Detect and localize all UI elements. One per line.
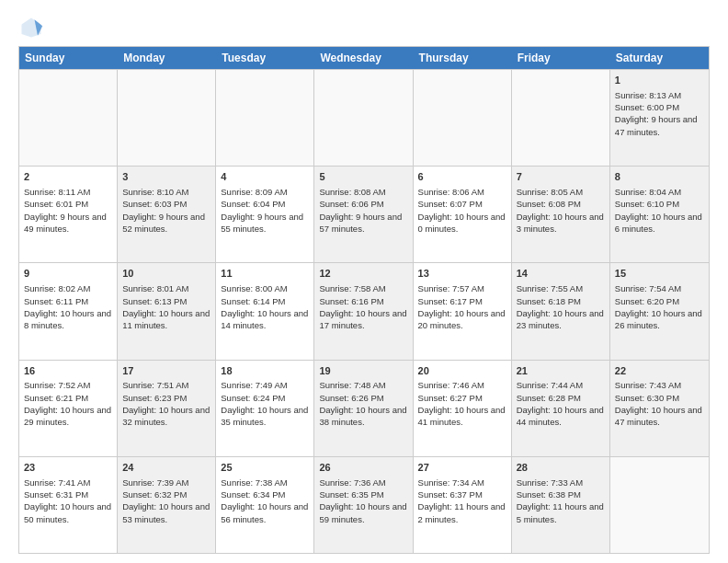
- header-day-monday: Monday: [118, 47, 216, 69]
- day-info: Sunrise: 7:48 AM Sunset: 6:26 PM Dayligh…: [319, 379, 407, 428]
- day-info: Sunrise: 7:33 AM Sunset: 6:38 PM Dayligh…: [517, 477, 605, 525]
- calendar-cell-15: 15Sunrise: 7:54 AM Sunset: 6:20 PM Dayli…: [610, 263, 709, 359]
- day-number: 15: [615, 267, 704, 281]
- day-number: 3: [122, 170, 210, 184]
- header-day-tuesday: Tuesday: [216, 47, 314, 69]
- day-info: Sunrise: 8:11 AM Sunset: 6:01 PM Dayligh…: [24, 186, 112, 235]
- calendar-cell-12: 12Sunrise: 7:58 AM Sunset: 6:16 PM Dayli…: [314, 263, 413, 359]
- day-info: Sunrise: 7:43 AM Sunset: 6:30 PM Dayligh…: [615, 379, 704, 428]
- day-info: Sunrise: 7:57 AM Sunset: 6:17 PM Dayligh…: [418, 282, 506, 331]
- day-number: 4: [221, 170, 309, 184]
- day-info: Sunrise: 7:49 AM Sunset: 6:24 PM Dayligh…: [221, 379, 309, 428]
- calendar-cell-empty: [512, 70, 610, 166]
- day-number: 22: [615, 364, 704, 378]
- day-number: 23: [24, 461, 112, 475]
- day-number: 1: [615, 74, 704, 87]
- calendar-cell-23: 23Sunrise: 7:41 AM Sunset: 6:31 PM Dayli…: [19, 457, 118, 553]
- day-info: Sunrise: 8:10 AM Sunset: 6:03 PM Dayligh…: [122, 186, 210, 235]
- calendar-cell-empty: [19, 70, 118, 166]
- calendar-row-1: 1Sunrise: 8:13 AM Sunset: 6:00 PM Daylig…: [19, 69, 709, 166]
- calendar-cell-24: 24Sunrise: 7:39 AM Sunset: 6:32 PM Dayli…: [118, 457, 216, 553]
- day-info: Sunrise: 7:52 AM Sunset: 6:21 PM Dayligh…: [24, 379, 112, 428]
- day-info: Sunrise: 7:55 AM Sunset: 6:18 PM Dayligh…: [517, 282, 605, 331]
- day-info: Sunrise: 7:38 AM Sunset: 6:34 PM Dayligh…: [221, 477, 309, 525]
- calendar-cell-empty: [314, 70, 413, 166]
- day-number: 16: [24, 364, 112, 378]
- calendar-cell-8: 8Sunrise: 8:04 AM Sunset: 6:10 PM Daylig…: [610, 167, 709, 262]
- day-number: 11: [221, 267, 309, 281]
- logo-icon: [18, 15, 44, 40]
- header-day-thursday: Thursday: [414, 47, 512, 69]
- day-info: Sunrise: 8:13 AM Sunset: 6:00 PM Dayligh…: [615, 89, 704, 138]
- day-number: 27: [418, 461, 506, 475]
- calendar-row-3: 9Sunrise: 8:02 AM Sunset: 6:11 PM Daylig…: [19, 262, 709, 359]
- calendar-cell-27: 27Sunrise: 7:34 AM Sunset: 6:37 PM Dayli…: [414, 457, 512, 553]
- calendar-cell-16: 16Sunrise: 7:52 AM Sunset: 6:21 PM Dayli…: [19, 361, 118, 456]
- day-info: Sunrise: 8:00 AM Sunset: 6:14 PM Dayligh…: [221, 282, 309, 331]
- calendar-cell-empty: [610, 457, 709, 553]
- day-info: Sunrise: 8:09 AM Sunset: 6:04 PM Dayligh…: [221, 186, 309, 235]
- day-number: 20: [418, 364, 506, 378]
- calendar-cell-14: 14Sunrise: 7:55 AM Sunset: 6:18 PM Dayli…: [512, 263, 610, 359]
- day-number: 25: [221, 461, 309, 475]
- day-number: 26: [319, 461, 407, 475]
- day-number: 19: [319, 364, 407, 378]
- day-number: 6: [418, 170, 506, 184]
- calendar-page: SundayMondayTuesdayWednesdayThursdayFrid…: [0, 0, 728, 563]
- day-number: 24: [122, 461, 210, 475]
- day-number: 21: [517, 364, 605, 378]
- day-number: 10: [122, 267, 210, 281]
- day-number: 12: [319, 267, 407, 281]
- calendar-row-4: 16Sunrise: 7:52 AM Sunset: 6:21 PM Dayli…: [19, 360, 709, 456]
- day-info: Sunrise: 7:54 AM Sunset: 6:20 PM Dayligh…: [615, 282, 704, 331]
- day-number: 8: [615, 170, 704, 184]
- header-day-saturday: Saturday: [610, 47, 709, 69]
- calendar-cell-20: 20Sunrise: 7:46 AM Sunset: 6:27 PM Dayli…: [414, 361, 512, 456]
- day-info: Sunrise: 8:04 AM Sunset: 6:10 PM Dayligh…: [615, 186, 704, 235]
- calendar-row-5: 23Sunrise: 7:41 AM Sunset: 6:31 PM Dayli…: [19, 456, 709, 553]
- day-info: Sunrise: 7:41 AM Sunset: 6:31 PM Dayligh…: [24, 477, 112, 525]
- calendar-cell-13: 13Sunrise: 7:57 AM Sunset: 6:17 PM Dayli…: [414, 263, 512, 359]
- calendar-cell-26: 26Sunrise: 7:36 AM Sunset: 6:35 PM Dayli…: [314, 457, 413, 553]
- calendar-cell-10: 10Sunrise: 8:01 AM Sunset: 6:13 PM Dayli…: [118, 263, 216, 359]
- calendar-cell-5: 5Sunrise: 8:08 AM Sunset: 6:06 PM Daylig…: [314, 167, 413, 262]
- logo: [18, 15, 48, 40]
- day-number: 2: [24, 170, 112, 184]
- day-info: Sunrise: 8:06 AM Sunset: 6:07 PM Dayligh…: [418, 186, 506, 235]
- calendar-cell-1: 1Sunrise: 8:13 AM Sunset: 6:00 PM Daylig…: [610, 70, 709, 166]
- day-info: Sunrise: 7:44 AM Sunset: 6:28 PM Dayligh…: [517, 379, 605, 428]
- day-info: Sunrise: 8:01 AM Sunset: 6:13 PM Dayligh…: [122, 282, 210, 331]
- calendar-cell-4: 4Sunrise: 8:09 AM Sunset: 6:04 PM Daylig…: [216, 167, 314, 262]
- day-number: 18: [221, 364, 309, 378]
- calendar-cell-6: 6Sunrise: 8:06 AM Sunset: 6:07 PM Daylig…: [414, 167, 512, 262]
- calendar: SundayMondayTuesdayWednesdayThursdayFrid…: [18, 46, 710, 554]
- day-info: Sunrise: 8:08 AM Sunset: 6:06 PM Dayligh…: [319, 186, 407, 235]
- calendar-cell-9: 9Sunrise: 8:02 AM Sunset: 6:11 PM Daylig…: [19, 263, 118, 359]
- calendar-body: 1Sunrise: 8:13 AM Sunset: 6:00 PM Daylig…: [19, 69, 709, 553]
- calendar-cell-25: 25Sunrise: 7:38 AM Sunset: 6:34 PM Dayli…: [216, 457, 314, 553]
- header: [18, 15, 710, 40]
- day-number: 7: [517, 170, 605, 184]
- calendar-cell-28: 28Sunrise: 7:33 AM Sunset: 6:38 PM Dayli…: [512, 457, 610, 553]
- calendar-cell-18: 18Sunrise: 7:49 AM Sunset: 6:24 PM Dayli…: [216, 361, 314, 456]
- calendar-cell-empty: [118, 70, 216, 166]
- calendar-cell-2: 2Sunrise: 8:11 AM Sunset: 6:01 PM Daylig…: [19, 167, 118, 262]
- day-number: 13: [418, 267, 506, 281]
- day-info: Sunrise: 7:58 AM Sunset: 6:16 PM Dayligh…: [319, 282, 407, 331]
- calendar-header: SundayMondayTuesdayWednesdayThursdayFrid…: [19, 47, 709, 69]
- calendar-cell-22: 22Sunrise: 7:43 AM Sunset: 6:30 PM Dayli…: [610, 361, 709, 456]
- day-info: Sunrise: 8:05 AM Sunset: 6:08 PM Dayligh…: [517, 186, 605, 235]
- day-number: 9: [24, 267, 112, 281]
- day-number: 17: [122, 364, 210, 378]
- day-info: Sunrise: 7:39 AM Sunset: 6:32 PM Dayligh…: [122, 477, 210, 525]
- day-info: Sunrise: 7:46 AM Sunset: 6:27 PM Dayligh…: [418, 379, 506, 428]
- calendar-row-2: 2Sunrise: 8:11 AM Sunset: 6:01 PM Daylig…: [19, 166, 709, 262]
- calendar-cell-empty: [216, 70, 314, 166]
- day-info: Sunrise: 7:34 AM Sunset: 6:37 PM Dayligh…: [418, 477, 506, 525]
- calendar-cell-11: 11Sunrise: 8:00 AM Sunset: 6:14 PM Dayli…: [216, 263, 314, 359]
- calendar-cell-empty: [414, 70, 512, 166]
- day-info: Sunrise: 8:02 AM Sunset: 6:11 PM Dayligh…: [24, 282, 112, 331]
- header-day-wednesday: Wednesday: [314, 47, 413, 69]
- calendar-cell-17: 17Sunrise: 7:51 AM Sunset: 6:23 PM Dayli…: [118, 361, 216, 456]
- day-number: 14: [517, 267, 605, 281]
